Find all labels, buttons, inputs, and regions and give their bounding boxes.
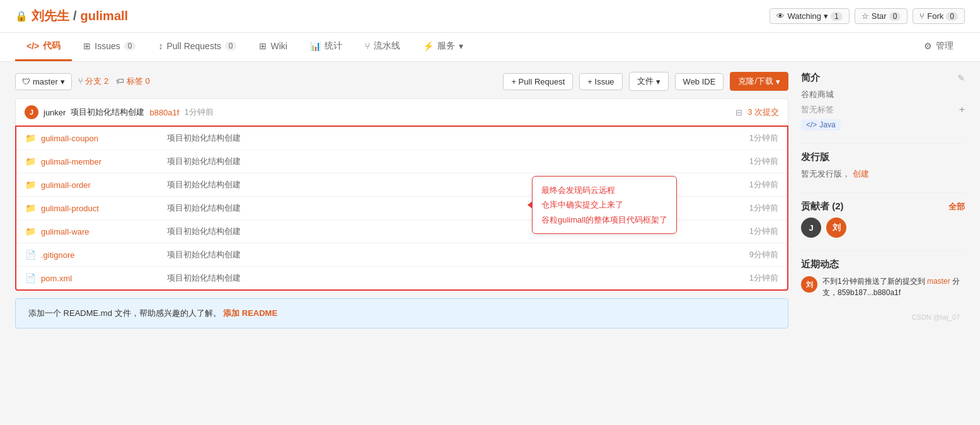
tags-label[interactable]: 标签 0 <box>127 76 150 86</box>
repo-description: 谷粒商城 <box>801 89 965 100</box>
webide-button[interactable]: Web IDE <box>675 73 724 90</box>
repo-owner[interactable]: 刘先生 <box>32 8 69 25</box>
file-time: 1分钟前 <box>728 179 778 190</box>
activity-title: 近期动态 <box>801 259 839 271</box>
add-tag-button[interactable]: + <box>959 104 965 115</box>
file-time: 1分钟前 <box>728 132 778 144</box>
file-name[interactable]: gulimall-product <box>41 204 167 213</box>
fork-button[interactable]: ⑂ Fork 0 <box>913 8 965 24</box>
folder-icon: 📁 <box>25 203 36 213</box>
file-name[interactable]: gulimall-coupon <box>41 134 167 143</box>
header-actions: 👁 Watching ▾ 1 ☆ Star 0 ⑂ Fork 0 <box>770 8 965 24</box>
tab-manage[interactable]: ⚙ 管理 <box>913 33 965 61</box>
intro-title: 简介 <box>801 72 820 84</box>
tab-wiki-label: Wiki <box>270 41 287 51</box>
tab-pipeline[interactable]: ⑂ 流水线 <box>354 33 412 61</box>
branch-dropdown-icon: ▾ <box>61 77 65 86</box>
sidebar-divider-3 <box>801 250 965 251</box>
star-button[interactable]: ☆ Star 0 <box>855 8 908 24</box>
readme-text: 添加一个 README.md 文件，帮助感兴趣的人了解。 <box>28 308 221 318</box>
contributors-all-link[interactable]: 全部 <box>948 201 965 212</box>
file-row: 📁 gulimall-coupon 项目初始化结构创建 1分钟前 <box>16 127 787 150</box>
file-time: 1分钟前 <box>728 156 778 167</box>
watching-button[interactable]: 👁 Watching ▾ 1 <box>770 8 849 24</box>
file-name[interactable]: gulimall-ware <box>41 227 167 236</box>
sidebar: 简介 ✎ 谷粒商城 暂无标签 + </> Java 发行版 暂无发行版， <box>801 72 965 329</box>
file-commit-msg: 项目初始化结构创建 <box>167 156 728 167</box>
contributor-avatar-liu[interactable]: 刘 <box>826 218 846 238</box>
file-name[interactable]: gulimall-member <box>41 157 167 166</box>
tab-wiki[interactable]: ⊞ Wiki <box>248 33 298 61</box>
tab-services[interactable]: ⚡ 服务 ▾ <box>412 33 475 61</box>
file-btn-label: 文件 <box>637 76 654 87</box>
commit-author[interactable]: junker <box>43 108 66 117</box>
clone-button[interactable]: 克隆/下载 ▾ <box>730 72 788 91</box>
file-time: 1分钟前 <box>728 272 778 284</box>
release-create-link[interactable]: 创建 <box>853 169 869 178</box>
branch-info: ⑂ 分支 2 🏷 标签 0 <box>78 76 150 87</box>
folder-icon: 📁 <box>25 180 36 190</box>
folder-icon: 📁 <box>25 156 36 166</box>
pull-request-button[interactable]: + Pull Request <box>503 73 573 90</box>
file-name[interactable]: .gitignore <box>41 250 167 260</box>
add-readme-link[interactable]: 添加 README <box>223 308 277 318</box>
branches-label[interactable]: 分支 2 <box>85 76 108 86</box>
language-label: Java <box>819 120 835 129</box>
file-name[interactable]: pom.xml <box>41 274 167 283</box>
annotation-line1: 最终会发现码云远程 <box>541 183 667 197</box>
file-button[interactable]: 文件 ▾ <box>629 72 669 91</box>
tags-placeholder: 暂无标签 <box>801 104 834 115</box>
sidebar-intro-header: 简介 ✎ <box>801 72 965 84</box>
pr-btn-label: + Pull Request <box>511 77 565 86</box>
star-label: Star <box>872 11 887 21</box>
release-title: 发行版 <box>801 151 829 163</box>
folder-icon: 📁 <box>25 133 36 143</box>
commit-list-icon: ⊟ <box>735 108 742 117</box>
file-row: 📄 .gitignore 项目初始化结构创建 9分钟前 <box>16 243 787 267</box>
fork-count: 0 <box>946 12 958 21</box>
commit-count[interactable]: 3 次提交 <box>747 107 779 118</box>
sidebar-contributors-header: 贡献者 (2) 全部 <box>801 201 965 212</box>
commit-row: J junker 项目初始化结构创建 b880a1f 1分钟前 ⊟ 3 次提交 <box>15 98 788 125</box>
contributors-title: 贡献者 (2) <box>801 201 844 212</box>
sidebar-divider-2 <box>801 192 965 193</box>
activity-item: 刘 不到1分钟前推送了新的提交到 master 分支，859b187...b88… <box>801 276 965 298</box>
folder-icon: 📁 <box>25 226 36 236</box>
main-container: 🛡 master ▾ ⑂ 分支 2 🏷 标签 0 + Pull Request … <box>0 62 980 339</box>
sidebar-activity-header: 近期动态 <box>801 259 965 271</box>
tab-pull-requests[interactable]: ↕ Pull Requests 0 <box>147 33 248 61</box>
branch-name: master <box>33 77 58 86</box>
branch-selector[interactable]: 🛡 master ▾ <box>15 73 72 90</box>
tag-icon: 🏷 <box>116 76 124 86</box>
manage-icon: ⚙ <box>924 41 932 51</box>
contributor-avatar-j[interactable]: J <box>801 218 821 238</box>
star-icon: ☆ <box>862 11 869 21</box>
commit-hash[interactable]: b880a1f <box>149 108 179 117</box>
tab-stats-label: 统计 <box>325 40 342 52</box>
tab-stats[interactable]: 📊 统计 <box>299 33 354 61</box>
repo-name[interactable]: gulimall <box>81 9 129 23</box>
tab-issues-label: Issues <box>95 41 120 51</box>
sidebar-release-header: 发行版 <box>801 151 965 163</box>
eye-icon: 👁 <box>776 11 785 21</box>
activity-avatar: 刘 <box>801 276 817 293</box>
commit-message: 项目初始化结构创建 <box>71 107 144 118</box>
file-time: 9分钟前 <box>728 249 778 260</box>
tab-code[interactable]: </> 代码 <box>15 33 72 61</box>
file-icon: 📄 <box>25 250 36 260</box>
file-name[interactable]: gulimall-order <box>41 180 167 190</box>
tab-pipeline-label: 流水线 <box>374 40 400 52</box>
pipeline-icon: ⑂ <box>365 41 370 51</box>
activity-branch-link[interactable]: master <box>927 277 950 286</box>
watermark: CSDN @lwj_07 <box>801 311 965 323</box>
issue-button[interactable]: + Issue <box>579 73 622 90</box>
code-tag-icon: </> <box>806 120 817 129</box>
contributors-row: J 刘 <box>801 218 965 238</box>
tab-services-label: 服务 <box>437 40 455 52</box>
commit-time: 1分钟前 <box>184 107 213 118</box>
toolbar: 🛡 master ▾ ⑂ 分支 2 🏷 标签 0 + Pull Request … <box>15 72 788 91</box>
sidebar-contributors-section: 贡献者 (2) 全部 J 刘 <box>801 201 965 238</box>
top-header: 🔒 刘先生 / gulimall 👁 Watching ▾ 1 ☆ Star 0… <box>0 0 980 33</box>
tab-issues[interactable]: ⊞ Issues 0 <box>72 33 147 61</box>
intro-edit-icon[interactable]: ✎ <box>957 73 965 83</box>
